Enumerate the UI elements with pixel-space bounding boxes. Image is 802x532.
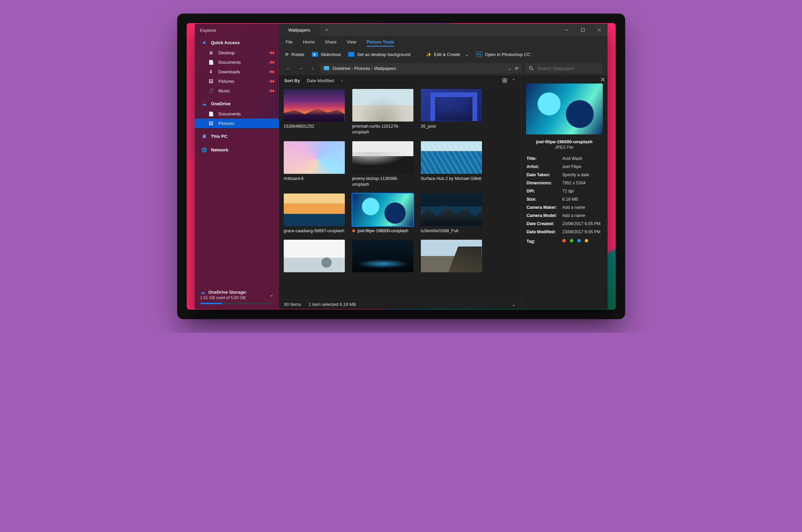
sort-direction-icon[interactable]: ↑	[341, 78, 343, 83]
meta-key: Title:	[527, 156, 562, 161]
photoshop-icon: Ps	[476, 52, 482, 57]
meta-row[interactable]: Camera Model: Add a name	[527, 212, 602, 220]
menu-share[interactable]: Share	[325, 39, 337, 44]
edit-create-button[interactable]: ✨ Edit & Create ⌄	[426, 52, 469, 57]
menu-picture tools[interactable]: Picture Tools	[367, 39, 394, 47]
meta-value: Acid Wash	[562, 156, 602, 161]
network-item[interactable]: 🌐 Network	[195, 144, 279, 155]
meta-row[interactable]: Size: 6.18 MB	[527, 195, 602, 203]
open-photoshop-button[interactable]: Ps Open in Photoshop CC	[476, 52, 530, 57]
sparkle-icon: ✨	[426, 52, 431, 57]
sort-value[interactable]: Date Modified	[307, 78, 334, 83]
file-item[interactable]: Surface Hub 2 by Michael Gillett	[421, 141, 482, 187]
file-item[interactable]	[352, 240, 413, 274]
menu-file[interactable]: File	[286, 39, 293, 44]
meta-row[interactable]: Artist: Joel Filipe	[527, 163, 602, 171]
svg-rect-0	[581, 29, 584, 32]
file-item[interactable]: IuSemNxGS88_Full	[421, 194, 482, 234]
tag-dot[interactable]	[577, 239, 581, 242]
file-thumbnail	[284, 240, 345, 272]
file-item[interactable]	[421, 240, 482, 274]
sidebar-item-pictures[interactable]: 🖼 Pictures 📌	[195, 76, 279, 86]
file-item[interactable]: grace-caadiang-58897-unsplash	[284, 194, 345, 234]
grid-view-icon[interactable]	[502, 78, 507, 83]
file-item[interactable]: joel-filipe-196000-unsplash	[352, 194, 413, 234]
search-icon	[529, 66, 534, 71]
details-filename: joel-filipe-196000-unsplash	[521, 138, 608, 144]
breadcrumb[interactable]: Onedrive › Pictures › Wallpapers ⌄ ⟳	[320, 63, 522, 73]
storage-widget[interactable]: ☁ OneDrive Storage: 1.51 GB used of 5.00…	[195, 286, 279, 309]
up-button[interactable]: ↑	[308, 63, 318, 73]
set-background-button[interactable]: Set as desktop background	[348, 52, 411, 57]
meta-row[interactable]: Dimensions: 7952 x 5304	[527, 179, 602, 187]
rotate-button[interactable]: ⟳ Rotate	[285, 52, 304, 57]
sidebar-item-desktop[interactable]: 🖥 Desktop 📌	[195, 48, 279, 57]
file-item[interactable]: jeremiah-curtis-1201278-unsplash	[352, 89, 413, 135]
meta-row[interactable]: DPI: 72 dpi	[527, 187, 602, 195]
sidebar-item-onedrive-pictures[interactable]: 🖼 Pictures	[195, 118, 279, 128]
file-name: jeremiah-curtis-1201278-unsplash	[352, 124, 413, 135]
menu-view[interactable]: View	[347, 39, 356, 44]
menu-home[interactable]: Home	[303, 39, 315, 44]
menu-bar: FileHomeShareViewPicture Tools	[279, 36, 608, 48]
pin-icon[interactable]: 📌	[268, 77, 275, 85]
meta-row[interactable]: Date Created: 23/08/2017 6:05 PM	[527, 220, 602, 228]
chevron-down-icon[interactable]: ⌄	[270, 292, 274, 297]
tag-dot[interactable]	[562, 239, 566, 242]
quick-access-header[interactable]: ★ Quick Access	[195, 37, 279, 48]
breadcrumb-segment[interactable]: Onedrive	[333, 66, 351, 71]
close-icon[interactable]	[601, 77, 605, 81]
pin-icon[interactable]: 📌	[268, 49, 275, 56]
meta-row[interactable]: Camera Maker: Add a name	[527, 203, 602, 212]
sort-label[interactable]: Sort By	[284, 78, 300, 83]
meta-row[interactable]: Title: Acid Wash	[527, 154, 602, 163]
chevron-down-icon[interactable]: ⌄	[508, 66, 511, 71]
this-pc-item[interactable]: 🖥 This PC	[195, 131, 279, 142]
svg-point-1	[529, 67, 532, 69]
tag-colors[interactable]	[562, 239, 602, 242]
pin-icon[interactable]: 📌	[268, 58, 275, 66]
slideshow-button[interactable]: ▶ Slideshow	[312, 52, 341, 57]
close-button[interactable]	[591, 24, 608, 36]
selection-info: 1 item selected 6.18 MB	[309, 302, 356, 307]
sidebar-title: Explorer	[195, 24, 279, 36]
meta-value: Joel Filipe	[562, 164, 602, 169]
sidebar-item-documents[interactable]: 📄 Documents 📌	[195, 57, 279, 67]
back-button[interactable]: ←	[284, 63, 293, 73]
new-tab-button[interactable]: ＋	[320, 24, 333, 36]
rotate-icon: ⟳	[285, 52, 289, 57]
status-dot-icon	[352, 230, 355, 232]
file-thumbnail	[421, 141, 482, 174]
onedrive-header[interactable]: ☁ OneDrive	[195, 98, 279, 109]
refresh-icon[interactable]: ⟳	[515, 66, 519, 71]
file-item[interactable]: 1526648631252	[284, 89, 345, 135]
file-name: jeremy-bishop-1138388-unsplash	[352, 176, 413, 187]
sidebar-item-downloads[interactable]: ⬇ Downloads 📌	[195, 67, 279, 76]
file-item[interactable]: jeremy-bishop-1138388-unsplash	[352, 141, 413, 187]
chevron-up-icon[interactable]: ⌃	[512, 78, 516, 83]
this-pc-label: This PC	[211, 134, 227, 139]
breadcrumb-segment[interactable]: Wallpapers	[374, 66, 396, 71]
file-item[interactable]: 26_post	[421, 89, 482, 135]
pin-icon[interactable]: 📌	[268, 87, 275, 94]
search-input[interactable]	[537, 66, 599, 71]
pin-icon[interactable]: 📌	[268, 68, 275, 75]
meta-row[interactable]: Date Taken: Specify a date	[527, 171, 602, 179]
sidebar-item-onedrive-documents[interactable]: 📄 Documents	[195, 109, 279, 118]
tag-dot[interactable]	[570, 239, 573, 242]
svg-rect-3	[505, 78, 507, 80]
file-name: Artboard-8	[284, 176, 304, 182]
file-item[interactable]: Artboard-8	[284, 141, 345, 187]
chevron-down-icon[interactable]: ⌄	[512, 302, 516, 307]
cloud-icon: ☁	[200, 289, 206, 295]
sidebar-item-music[interactable]: 🎵 Music 📌	[195, 86, 279, 95]
file-item[interactable]	[284, 240, 345, 274]
meta-row[interactable]: Date Modified: 23/08/2017 6:05 PM	[527, 228, 602, 236]
breadcrumb-segment[interactable]: Pictures	[354, 66, 370, 71]
forward-button[interactable]: →	[296, 63, 305, 73]
tab-active[interactable]: Wallpapers	[279, 24, 320, 36]
tag-dot[interactable]	[585, 239, 588, 242]
search-box[interactable]	[525, 63, 603, 73]
maximize-button[interactable]	[575, 24, 591, 36]
minimize-button[interactable]	[559, 24, 575, 36]
